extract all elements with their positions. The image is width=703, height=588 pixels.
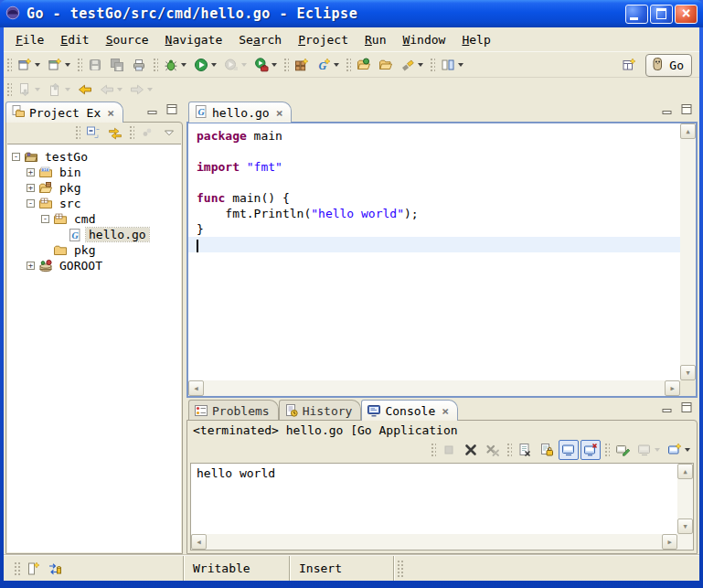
tree-item-cmd[interactable]: -cmd xyxy=(7,211,181,227)
close-icon[interactable]: × xyxy=(675,5,698,24)
scroll-down-icon[interactable]: ▼ xyxy=(680,365,696,380)
editor-vertical-scrollbar[interactable]: ▲ ▼ xyxy=(680,123,696,380)
menu-edit[interactable]: Edit xyxy=(52,30,97,49)
tree-item-testGo[interactable]: -testGo xyxy=(7,149,181,165)
tree-item-bin[interactable]: +010bin xyxy=(7,165,181,180)
console-output-area[interactable]: hello world ▲ ▼ ◀ ▶ xyxy=(190,463,694,551)
open-console-button[interactable] xyxy=(665,440,693,460)
tree-toggle-icon[interactable]: + xyxy=(27,168,35,176)
tab-console[interactable]: Console× xyxy=(361,400,458,421)
fast-view-button[interactable] xyxy=(23,559,43,579)
menu-search[interactable]: Search xyxy=(230,30,290,49)
save-button[interactable] xyxy=(85,55,105,75)
code-line[interactable]: package main xyxy=(188,128,680,144)
console-vertical-scrollbar[interactable]: ▲ ▼ xyxy=(677,464,693,534)
previous-annotation-button[interactable] xyxy=(45,80,73,100)
close-editor-icon[interactable]: × xyxy=(276,106,283,120)
scroll-lock-button[interactable] xyxy=(537,440,557,460)
tree-item-pkg[interactable]: pkg xyxy=(7,242,181,258)
link-with-editor-button[interactable] xyxy=(105,123,125,143)
maximize-editor-icon[interactable] xyxy=(678,104,695,119)
external-tools-button[interactable] xyxy=(251,55,280,75)
pin-console-button[interactable] xyxy=(612,440,633,460)
close-view-icon[interactable]: × xyxy=(107,106,114,120)
tree-toggle-icon[interactable]: - xyxy=(41,215,49,223)
display-selected-console-button[interactable] xyxy=(634,440,663,460)
tree-item-GOROOT[interactable]: +GOROOT xyxy=(7,258,181,273)
print-button[interactable] xyxy=(129,55,149,75)
menu-file[interactable]: File xyxy=(7,30,52,49)
tree-toggle-icon[interactable]: + xyxy=(27,184,35,192)
open-perspective-button[interactable] xyxy=(619,55,639,75)
minimize-view-icon[interactable] xyxy=(144,104,161,119)
last-edit-location-button[interactable] xyxy=(75,80,95,100)
open-go-element-button[interactable] xyxy=(354,55,374,75)
code-line[interactable] xyxy=(188,237,680,252)
debug-button[interactable] xyxy=(161,55,189,75)
clear-console-button[interactable] xyxy=(515,440,535,460)
forward-button[interactable] xyxy=(127,80,155,100)
new-go-element-button[interactable] xyxy=(45,55,73,75)
tab-project-explorer[interactable]: Project Ex × xyxy=(5,102,123,123)
maximize-icon[interactable] xyxy=(650,5,673,24)
maximize-console-icon[interactable] xyxy=(678,402,695,417)
show-stdout-console-button[interactable] xyxy=(559,440,579,460)
show-stderr-console-button[interactable] xyxy=(581,440,601,460)
minimize-icon[interactable] xyxy=(625,5,648,24)
back-button[interactable] xyxy=(97,80,125,100)
close-view-icon[interactable]: × xyxy=(442,404,449,418)
profile-button[interactable] xyxy=(221,55,250,75)
tree-item-hello.go[interactable]: Ghello.go xyxy=(7,227,181,242)
code-line[interactable]: func main() { xyxy=(188,190,680,206)
new-go-package-button[interactable] xyxy=(292,55,312,75)
code-line[interactable] xyxy=(188,144,680,159)
scroll-up-icon[interactable]: ▲ xyxy=(677,464,693,479)
scroll-left-icon[interactable]: ◀ xyxy=(188,380,204,396)
maximize-view-icon[interactable] xyxy=(164,104,180,119)
console-horizontal-scrollbar[interactable]: ◀ ▶ xyxy=(191,534,677,550)
tree-toggle-icon[interactable]: - xyxy=(12,153,20,161)
scroll-down-icon[interactable]: ▼ xyxy=(677,519,693,534)
open-resource-button[interactable] xyxy=(376,55,396,75)
go-perspective-button[interactable]: Go xyxy=(645,54,692,77)
run-button[interactable] xyxy=(191,55,219,75)
tab-history[interactable]: History xyxy=(279,400,362,421)
minimize-editor-icon[interactable] xyxy=(659,104,676,119)
new-go-file-button[interactable]: G xyxy=(314,55,342,75)
menu-project[interactable]: Project xyxy=(290,30,357,49)
project-tree[interactable]: -testGo+010bin+pkg-src-cmdGhello.gopkg+G… xyxy=(7,144,181,552)
search-button[interactable] xyxy=(398,55,426,75)
code-line[interactable]: import "fmt" xyxy=(188,159,680,175)
code-line[interactable]: } xyxy=(188,221,680,237)
scroll-left-icon[interactable]: ◀ xyxy=(191,534,207,550)
menu-help[interactable]: Help xyxy=(453,30,498,49)
remove-all-terminated-button[interactable] xyxy=(483,440,503,460)
tree-toggle-icon[interactable]: - xyxy=(27,199,35,208)
new-wizard-button[interactable] xyxy=(15,55,43,75)
tab-problems[interactable]: Problems xyxy=(188,400,279,421)
menu-window[interactable]: Window xyxy=(394,30,453,49)
code-editor[interactable]: package mainimport "fmt"func main() { fm… xyxy=(188,123,680,380)
view-menu-button[interactable] xyxy=(159,123,179,143)
remove-launch-button[interactable] xyxy=(461,440,481,460)
next-annotation-button[interactable] xyxy=(15,80,43,100)
menu-source[interactable]: Source xyxy=(98,30,157,49)
tab-hello-go[interactable]: G hello.go × xyxy=(188,102,292,123)
build-sync-button[interactable] xyxy=(45,559,65,579)
terminate-button[interactable] xyxy=(439,440,459,460)
editor-horizontal-scrollbar[interactable]: ◀ ▶ xyxy=(188,380,680,396)
scroll-right-icon[interactable]: ▶ xyxy=(665,380,680,396)
title-bar[interactable]: Go - testGo/src/cmd/hello.go - Eclipse × xyxy=(0,0,703,27)
toggle-annotations-button[interactable] xyxy=(438,55,466,75)
scroll-up-icon[interactable]: ▲ xyxy=(680,123,696,139)
collapse-all-button[interactable] xyxy=(83,123,103,143)
tree-item-src[interactable]: -src xyxy=(7,196,181,211)
scroll-right-icon[interactable]: ▶ xyxy=(662,534,677,550)
code-line[interactable]: fmt.Println("hello world"); xyxy=(188,206,680,221)
save-all-button[interactable] xyxy=(107,55,127,75)
tree-toggle-icon[interactable]: + xyxy=(27,262,35,270)
code-line[interactable] xyxy=(188,175,680,190)
minimize-console-icon[interactable] xyxy=(659,402,676,417)
tree-item-pkg[interactable]: +pkg xyxy=(7,180,181,196)
menu-run[interactable]: Run xyxy=(357,30,394,49)
